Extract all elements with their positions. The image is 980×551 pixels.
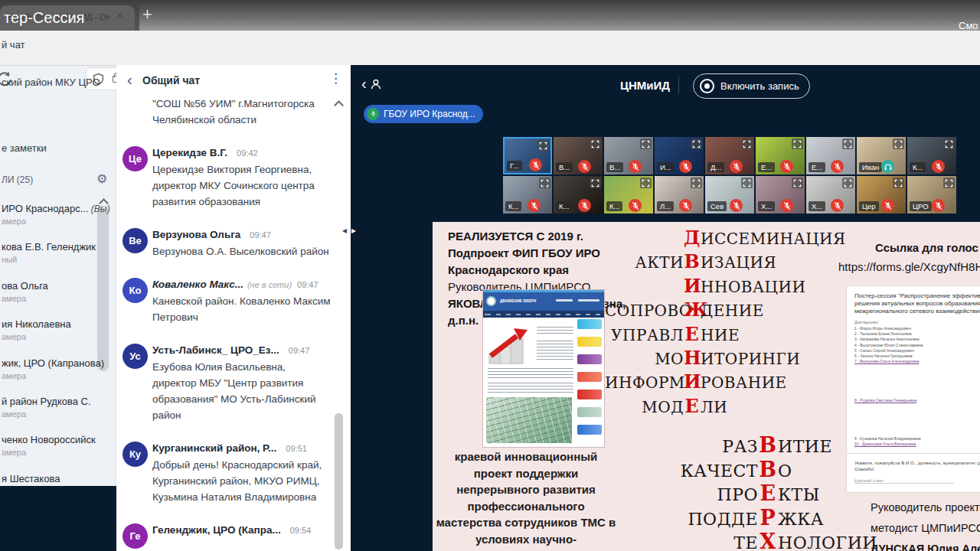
record-icon	[700, 79, 714, 93]
sidebar-item-breakout[interactable]: ский район МКУ ЦРО	[2, 77, 100, 88]
video-tile[interactable]: Г...	[503, 137, 552, 174]
avatar: Ус	[122, 344, 148, 369]
video-tile[interactable]: Сев	[705, 176, 754, 214]
video-tile[interactable]: К...	[554, 176, 603, 214]
chat-title: Общий чат	[142, 74, 200, 86]
chat-back-icon[interactable]: ‹	[127, 71, 132, 89]
video-tile[interactable]: Иван	[857, 137, 906, 174]
video-user-label: В...	[556, 162, 573, 172]
user-sub-label: амера	[2, 448, 100, 457]
fullscreen-icon[interactable]	[691, 139, 702, 149]
sidebar-item-public-chat[interactable]: й чат	[2, 39, 25, 51]
sidebar-item-shared-notes[interactable]: е заметки	[2, 142, 47, 154]
red-letter: Х	[758, 530, 778, 551]
fullscreen-icon[interactable]	[842, 139, 854, 149]
gear-icon[interactable]: ⚙	[96, 171, 107, 186]
message-text: Верзунова О.А. Выселковский район	[152, 243, 331, 259]
user-list-item[interactable]: ИРО Краснодарс... (Вы) амера	[2, 203, 100, 241]
video-tile[interactable]: Е...	[756, 137, 805, 174]
video-tile[interactable]: Д...	[705, 137, 754, 174]
user-sub-label: амера	[2, 332, 100, 341]
new-tab-icon[interactable]: +	[142, 5, 152, 24]
wordart-row: ИННОВАЦИИ	[605, 275, 846, 298]
mic-muted-icon	[831, 160, 844, 173]
fullscreen-icon[interactable]	[640, 139, 652, 149]
video-tile[interactable]: К...	[604, 176, 653, 214]
user-list-item[interactable]: жик, ЦРО (Капранова) амера	[2, 357, 100, 396]
video-tile[interactable]: Цер	[857, 176, 906, 214]
wordart-row: МОНИТОРИНГИ	[605, 347, 846, 370]
video-user-label: Цер	[859, 201, 879, 211]
user-list-item[interactable]: я Шестакова	[2, 473, 100, 486]
video-tile[interactable]: К...	[907, 137, 956, 174]
speakers-list: 1 - Мороз Игорь Александрович2 - Тюлькин…	[854, 326, 980, 454]
red-letter: И	[684, 370, 701, 393]
user-list-item[interactable]: й район Рудкова С. амера	[2, 396, 100, 434]
fullscreen-icon[interactable]	[741, 178, 753, 188]
fullscreen-icon[interactable]	[590, 178, 601, 188]
talking-indicator-pill[interactable]: ГБОУ ИРО Краснод...	[364, 105, 483, 123]
fullscreen-icon[interactable]	[539, 178, 550, 188]
message-time: 09:47	[297, 280, 318, 289]
site-banner-column	[577, 319, 602, 442]
site-banner	[577, 337, 602, 347]
fullscreen-icon[interactable]	[943, 139, 955, 149]
chat-scroll-up-icon[interactable]	[334, 100, 344, 110]
video-tile[interactable]: К...	[503, 176, 552, 214]
speaker-item: 8 - Рудкова Светлана Геннадьевна	[854, 398, 980, 436]
red-letter: Ж	[684, 298, 701, 321]
fullscreen-icon[interactable]	[590, 139, 601, 149]
caption-top-right: Смо	[959, 20, 978, 31]
fullscreen-icon[interactable]	[893, 178, 904, 188]
wordart-row: ПРОЕКТЫ	[662, 481, 877, 506]
site-photo	[486, 397, 572, 443]
fullscreen-icon[interactable]	[792, 139, 803, 149]
toggle-userlist-icon[interactable]: ‹	[361, 75, 382, 93]
mic-muted-icon	[730, 199, 743, 212]
message-sender: Геленджик, ЦРО (Капра...	[152, 524, 281, 536]
fullscreen-icon[interactable]	[537, 140, 549, 151]
video-user-label: К...	[505, 201, 521, 211]
slide-footer: Руководитель проектаметодист ЦМПиИРСОДУН…	[871, 497, 980, 551]
wordart-row: АКТИВИЗАЦИЯ	[605, 250, 846, 274]
fullscreen-icon[interactable]	[943, 178, 955, 188]
red-letter: Е	[684, 323, 701, 345]
start-recording-button[interactable]: Включить запись	[693, 73, 810, 99]
chat-scrollbar[interactable]	[335, 413, 343, 549]
video-tile[interactable]: Е...	[806, 137, 855, 174]
red-letter: Н	[684, 347, 701, 369]
fullscreen-icon[interactable]	[640, 178, 652, 188]
wordart-row: УПРАВЛЕНИЕ	[605, 323, 846, 347]
video-user-label: Иван	[859, 162, 882, 172]
video-tile[interactable]: Х...	[806, 176, 855, 214]
fullscreen-icon[interactable]	[842, 178, 854, 188]
user-list-item[interactable]: кова Е.В. Геленджик ный	[2, 241, 100, 279]
user-list: ИРО Краснодарс... (Вы) амера кова Е.В. Г…	[2, 203, 100, 486]
chat-options-kebab-icon[interactable]: ⋮	[329, 70, 342, 86]
user-list-item[interactable]: ия Николаевна амера	[2, 318, 100, 357]
video-tile[interactable]: Х...	[756, 176, 805, 214]
user-list-item[interactable]: ченко Новороссийск амера	[2, 434, 100, 472]
stairs-arrow-graphic	[488, 325, 532, 365]
google-form-card: Постер-сессия "Распространение эффективн…	[846, 285, 980, 454]
chat-message: Ко Коваленко Макс...(не в сети)09:47 Кан…	[122, 276, 331, 325]
project-description: краевой инновационный проект поддержки н…	[434, 448, 618, 551]
speaker-item: 10 - Драенцова Ольга Валерьевна	[854, 442, 980, 454]
video-tile[interactable]: В...	[604, 137, 653, 174]
panel-resize-handle-right-icon[interactable]: ▸	[351, 225, 356, 236]
video-tile[interactable]: И...	[655, 137, 704, 174]
fullscreen-icon[interactable]	[691, 178, 702, 188]
user-list-item[interactable]: ова Ольга амера	[2, 280, 100, 318]
message-time: 09:47	[289, 346, 310, 355]
video-tile[interactable]: ЦРО	[907, 176, 956, 214]
user-you-suffix: (Вы)	[89, 204, 110, 214]
site-article-text-lines	[537, 341, 573, 362]
video-tile[interactable]: Л...	[655, 176, 704, 214]
fullscreen-icon[interactable]	[792, 178, 803, 188]
fullscreen-icon[interactable]	[741, 139, 753, 149]
wordart-row: ИНФОРМИРОВАНИЕ	[605, 370, 846, 394]
wordart-row: ТЕХНОЛОГИИ	[662, 530, 877, 551]
video-tile[interactable]: В...	[554, 137, 603, 174]
panel-resize-handle-left-icon[interactable]: ◂	[342, 225, 347, 236]
fullscreen-icon[interactable]	[893, 139, 904, 149]
